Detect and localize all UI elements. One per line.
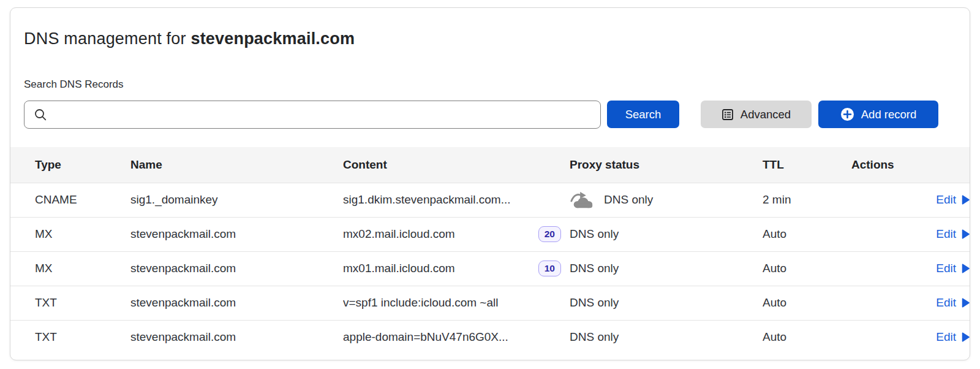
page-title: DNS management for stevenpackmail.com [24, 28, 956, 50]
search-dns-records-label: Search DNS Records [24, 78, 956, 91]
plus-circle-icon [840, 107, 854, 121]
form-list-icon [722, 108, 734, 121]
search-button[interactable]: Search [607, 101, 679, 128]
edit-record-link[interactable]: Edit [936, 262, 970, 275]
record-content: mx02.mail.icloud.com [343, 227, 455, 241]
record-content: apple-domain=bNuV47n6G0X... [343, 330, 508, 344]
triangle-right-icon [962, 229, 970, 239]
mx-priority-badge: 20 [538, 226, 561, 242]
table-row: TXT stevenpackmail.com apple-domain=bNuV… [10, 320, 970, 354]
table-header-row: Type Name Content Proxy status TTL Actio… [10, 147, 970, 183]
record-type: TXT [10, 320, 130, 354]
record-name: stevenpackmail.com [130, 286, 343, 320]
edit-record-link[interactable]: Edit [936, 296, 970, 310]
proxy-status-value: DNS only [570, 296, 619, 310]
record-name: stevenpackmail.com [130, 320, 343, 354]
proxy-status-value: DNS only [570, 262, 619, 275]
proxy-status-value: DNS only [570, 330, 619, 344]
record-ttl: Auto [763, 320, 851, 354]
column-header-actions: Actions [851, 147, 970, 183]
proxy-status-value: DNS only [604, 193, 653, 207]
record-ttl: 2 min [763, 183, 851, 217]
search-input[interactable] [24, 101, 601, 129]
column-header-content: Content [343, 147, 570, 183]
search-box [24, 101, 601, 129]
record-ttl: Auto [763, 251, 851, 286]
table-row: TXT stevenpackmail.com v=spf1 include:ic… [10, 286, 970, 320]
search-icon [34, 108, 47, 121]
dns-records-table: Type Name Content Proxy status TTL Actio… [10, 147, 970, 354]
proxy-status-value: DNS only [570, 227, 619, 241]
mx-priority-badge: 10 [538, 261, 561, 276]
record-name: stevenpackmail.com [130, 217, 343, 251]
column-header-type: Type [10, 147, 130, 183]
triangle-right-icon [962, 332, 970, 342]
page-title-prefix: DNS management for [24, 29, 190, 48]
edit-link-label: Edit [936, 296, 956, 310]
triangle-right-icon [962, 298, 970, 308]
record-ttl: Auto [763, 217, 851, 251]
edit-link-label: Edit [936, 262, 956, 275]
edit-link-label: Edit [936, 330, 956, 344]
record-ttl: Auto [763, 286, 851, 320]
advanced-button[interactable]: Advanced [701, 101, 812, 128]
edit-record-link[interactable]: Edit [936, 193, 970, 207]
record-content: mx01.mail.icloud.com [343, 262, 455, 275]
add-record-button-label: Add record [861, 108, 917, 121]
triangle-right-icon [962, 195, 970, 205]
table-row: MX stevenpackmail.com mx01.mail.icloud.c… [10, 251, 970, 286]
record-name: sig1._domainkey [130, 183, 343, 217]
record-type: MX [10, 217, 130, 251]
page-title-domain: stevenpackmail.com [190, 29, 355, 48]
table-row: MX stevenpackmail.com mx02.mail.icloud.c… [10, 217, 970, 251]
edit-record-link[interactable]: Edit [936, 330, 970, 344]
dns-only-cloud-icon [570, 191, 595, 209]
record-type: TXT [10, 286, 130, 320]
search-controls-row: Search Advanced [24, 100, 938, 129]
edit-link-label: Edit [936, 227, 956, 241]
triangle-right-icon [962, 264, 970, 273]
column-header-name: Name [130, 147, 343, 183]
column-header-ttl: TTL [763, 147, 851, 183]
edit-link-label: Edit [936, 193, 956, 207]
dns-management-card: DNS management for stevenpackmail.com Se… [10, 7, 970, 360]
record-content: sig1.dkim.stevenpackmail.com... [343, 193, 511, 207]
column-header-proxy-status: Proxy status [570, 147, 763, 183]
add-record-button[interactable]: Add record [818, 101, 938, 128]
edit-record-link[interactable]: Edit [936, 227, 970, 241]
record-content: v=spf1 include:icloud.com ~all [343, 296, 498, 310]
table-row: CNAME sig1._domainkey sig1.dkim.stevenpa… [10, 183, 970, 217]
advanced-button-label: Advanced [741, 108, 791, 121]
record-type: CNAME [10, 183, 130, 217]
record-name: stevenpackmail.com [130, 251, 343, 286]
record-type: MX [10, 251, 130, 286]
